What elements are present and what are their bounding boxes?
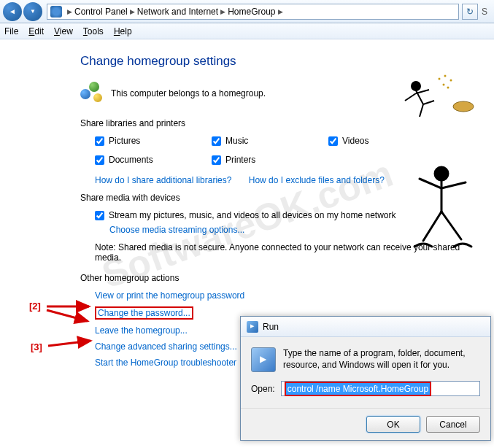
menu-tools[interactable]: Tools (83, 26, 104, 36)
checkbox-pictures[interactable]: Pictures (95, 136, 212, 146)
cancel-button[interactable]: Cancel (426, 416, 480, 433)
share-checkboxes: Pictures Music Videos Documents Printers (95, 136, 479, 165)
run-title-text: Run (263, 322, 279, 332)
breadcrumb-item[interactable]: HomeGroup (228, 7, 275, 17)
share-libraries-heading: Share libraries and printers (80, 118, 479, 128)
other-actions-heading: Other homegroup actions (80, 273, 479, 283)
checkbox-documents[interactable]: Documents (95, 155, 212, 165)
share-media-heading: Share media with devices (80, 193, 479, 203)
breadcrumb-item[interactable]: Network and Internet (137, 7, 218, 17)
run-titlebar[interactable]: Run (241, 317, 490, 337)
link-exclude-files[interactable]: How do I exclude files and folders? (249, 175, 385, 185)
ok-button[interactable]: OK (366, 416, 420, 433)
checkbox-stream-media[interactable]: Stream my pictures, music, and videos to… (95, 210, 479, 220)
run-program-icon (251, 347, 276, 372)
breadcrumb-item[interactable]: Control Panel (74, 7, 128, 17)
link-leave-homegroup[interactable]: Leave the homegroup... (95, 325, 188, 336)
homegroup-status-row: This computer belongs to a homegroup. (80, 82, 479, 105)
chevron-right-icon: ▶ (67, 8, 72, 15)
checkbox-music[interactable]: Music (212, 136, 328, 146)
menu-view[interactable]: View (54, 26, 73, 36)
homegroup-status-text: This computer belongs to a homegroup. (111, 88, 266, 99)
run-icon (247, 321, 258, 333)
menu-file[interactable]: File (4, 26, 18, 36)
homegroup-icon (80, 82, 104, 105)
checkbox-printers[interactable]: Printers (212, 155, 328, 165)
run-dialog: Run Type the name of a program, folder, … (240, 316, 491, 441)
page-title: Change homegroup settings (80, 54, 479, 69)
nav-back-button[interactable] (3, 2, 22, 21)
navigation-bar: ▶ Control Panel ▶ Network and Internet ▶… (0, 0, 494, 23)
nav-history-button[interactable] (23, 2, 42, 21)
checkbox-videos[interactable]: Videos (328, 136, 445, 146)
run-description: Type the name of a program, folder, docu… (283, 347, 480, 372)
breadcrumb[interactable]: ▶ Control Panel ▶ Network and Internet ▶… (47, 4, 459, 20)
run-command-value: control /name Microsoft.HomeGroup (285, 382, 431, 396)
chevron-right-icon: ▶ (278, 8, 283, 15)
chevron-right-icon: ▶ (220, 8, 225, 15)
menu-help[interactable]: Help (114, 26, 132, 36)
run-open-label: Open: (251, 384, 275, 394)
search-label-fragment: S (478, 7, 491, 17)
menu-edit[interactable]: Edit (28, 26, 44, 36)
control-panel-icon (50, 6, 62, 18)
run-command-input[interactable]: control /name Microsoft.HomeGroup (281, 381, 480, 396)
help-links-row: How do I share additional libraries? How… (95, 175, 479, 185)
link-troubleshooter[interactable]: Start the HomeGroup troubleshooter (95, 358, 236, 368)
chevron-right-icon: ▶ (130, 8, 135, 15)
refresh-button[interactable]: ↻ (462, 4, 478, 20)
shared-media-note: Note: Shared media is not secure. Anyone… (95, 242, 479, 263)
link-change-password[interactable]: Change the password... (95, 306, 193, 320)
link-share-additional[interactable]: How do I share additional libraries? (95, 175, 231, 185)
link-view-password[interactable]: View or print the homegroup password (95, 290, 244, 301)
menu-bar: File Edit View Tools Help (0, 23, 494, 39)
link-streaming-options[interactable]: Choose media streaming options... (109, 225, 479, 235)
link-advanced-sharing[interactable]: Change advanced sharing settings... (95, 341, 237, 352)
